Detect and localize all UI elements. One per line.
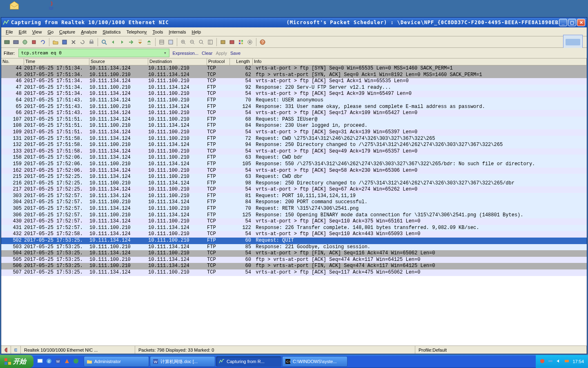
- col-dst[interactable]: Destination: [148, 58, 207, 65]
- autoscroll-icon[interactable]: [167, 38, 175, 46]
- packet-row[interactable]: 2172017-05-25 17:52:25.10.111.134.12410.…: [1, 186, 587, 193]
- zoom-in-icon[interactable]: [179, 38, 187, 46]
- minimize-button[interactable]: _: [559, 19, 567, 26]
- apply-button[interactable]: Apply: [216, 51, 227, 56]
- interfaces-icon[interactable]: [3, 38, 11, 46]
- packet-row[interactable]: 1082017-05-25 17:51:51.10.111.100.21010.…: [1, 123, 587, 129]
- ql-word-icon[interactable]: W: [55, 358, 62, 365]
- packet-row[interactable]: 4312017-05-25 17:52:57.10.111.100.21010.…: [1, 225, 587, 231]
- expression-button[interactable]: Expression...: [173, 51, 199, 56]
- system-tray[interactable]: 17:54: [536, 355, 588, 368]
- go-forward-icon[interactable]: [118, 38, 126, 46]
- task-administrator[interactable]: Administrator: [84, 356, 149, 367]
- ql-desktop-icon[interactable]: [37, 358, 44, 365]
- zoom-reset-icon[interactable]: [197, 38, 205, 46]
- col-info[interactable]: Info: [253, 58, 587, 65]
- go-first-icon[interactable]: [136, 38, 144, 46]
- go-to-packet-icon[interactable]: [127, 38, 135, 46]
- packet-row[interactable]: 472017-05-25 17:51:34.10.111.100.21010.1…: [1, 85, 587, 91]
- task-cmd[interactable]: C:\C:\WINDOWS\syste...: [282, 356, 347, 367]
- zoom-out-icon[interactable]: [188, 38, 196, 46]
- menu-capture[interactable]: Capture: [56, 29, 78, 35]
- tray-input-icon[interactable]: [564, 359, 570, 364]
- menu-help[interactable]: Help: [189, 29, 204, 35]
- packet-row[interactable]: 1312017-05-25 17:51:58.10.111.134.12410.…: [1, 136, 587, 142]
- save-icon[interactable]: [60, 38, 69, 46]
- filter-input[interactable]: tcp.stream eq 0▾: [18, 49, 169, 57]
- menu-file[interactable]: File: [3, 29, 16, 35]
- resize-columns-icon[interactable]: [206, 38, 214, 46]
- packet-row[interactable]: 5062017-05-25 17:53:25.10.111.100.21010.…: [1, 263, 587, 269]
- packet-row[interactable]: 1092017-05-25 17:51:51.10.111.134.12410.…: [1, 129, 587, 136]
- packet-row[interactable]: 642017-05-25 17:51:43.10.111.134.12410.1…: [1, 97, 587, 104]
- packet-row[interactable]: 3032017-05-25 17:52:57.10.111.134.12410.…: [1, 193, 587, 200]
- preferences-icon[interactable]: [246, 38, 254, 46]
- tray-network-icon[interactable]: [548, 359, 554, 364]
- packet-list[interactable]: 442017-05-25 17:51:34.10.111.134.12410.1…: [1, 65, 587, 346]
- menu-go[interactable]: Go: [45, 29, 56, 35]
- packet-row[interactable]: 5072017-05-25 17:53:25.10.111.134.12410.…: [1, 269, 587, 276]
- menu-analyze[interactable]: Analyze: [78, 29, 100, 35]
- task-word[interactable]: W计算机网络.doc [...: [150, 356, 215, 367]
- packet-row[interactable]: 482017-05-25 17:51:34.10.111.134.12410.1…: [1, 91, 587, 97]
- colorize-icon[interactable]: [158, 38, 166, 46]
- packet-row[interactable]: 2152017-05-25 17:52:25.10.111.134.12410.…: [1, 174, 587, 180]
- packet-row[interactable]: 5052017-05-25 17:53:25.10.111.100.21010.…: [1, 257, 587, 263]
- options-icon[interactable]: [12, 38, 20, 46]
- display-filters-icon[interactable]: [228, 38, 236, 46]
- packet-row[interactable]: 5022017-05-25 17:53:25.10.111.134.12410.…: [1, 238, 587, 244]
- help-icon[interactable]: ?: [258, 38, 267, 46]
- packet-row[interactable]: 1322017-05-25 17:51:58.10.111.100.21010.…: [1, 142, 587, 148]
- ql-fox-icon[interactable]: [64, 358, 71, 365]
- go-back-icon[interactable]: [109, 38, 117, 46]
- column-headers[interactable]: No. Time Source Destination Protocol Len…: [1, 58, 587, 65]
- close-file-icon[interactable]: [69, 38, 78, 46]
- menu-edit[interactable]: Edit: [16, 29, 29, 35]
- stop-capture-icon[interactable]: [30, 38, 38, 46]
- packet-row[interactable]: 1332017-05-25 17:51:58.10.111.134.12410.…: [1, 148, 587, 155]
- titlebar[interactable]: Capturing from Realtek 10/100/1000 Ether…: [1, 18, 587, 27]
- reload-icon[interactable]: [78, 38, 87, 46]
- packet-row[interactable]: 1072017-05-25 17:51:51.10.111.134.12410.…: [1, 117, 587, 123]
- print-icon[interactable]: [87, 38, 96, 46]
- menu-internals[interactable]: Internals: [166, 29, 189, 35]
- status-stop-icon[interactable]: [1, 346, 11, 354]
- packet-row[interactable]: 652017-05-25 17:51:43.10.111.100.21010.1…: [1, 104, 587, 110]
- ql-app-icon[interactable]: [73, 358, 80, 365]
- menu-view[interactable]: View: [29, 29, 45, 35]
- save-filter-button[interactable]: Save: [230, 51, 241, 56]
- close-button[interactable]: ✕: [577, 19, 585, 26]
- find-icon[interactable]: [100, 38, 108, 46]
- packet-row[interactable]: 5042017-05-25 17:53:25.10.111.134.12410.…: [1, 250, 587, 257]
- packet-row[interactable]: 442017-05-25 17:51:34.10.111.134.12410.1…: [1, 65, 587, 72]
- col-time[interactable]: Time: [24, 58, 89, 65]
- clear-button[interactable]: Clear: [202, 51, 212, 56]
- packet-row[interactable]: 2162017-05-25 17:52:25.10.111.100.21010.…: [1, 180, 587, 187]
- java-icon[interactable]: [41, 0, 61, 16]
- tray-sound-icon[interactable]: [556, 359, 562, 364]
- packet-row[interactable]: 452017-05-25 17:51:34.10.111.100.21010.1…: [1, 72, 587, 79]
- col-proto[interactable]: Protocol: [207, 58, 230, 65]
- col-no[interactable]: No.: [1, 58, 24, 65]
- task-wireshark[interactable]: Capturing from R...: [216, 356, 281, 367]
- col-len[interactable]: Length: [230, 58, 253, 65]
- menu-statistics[interactable]: Statistics: [100, 29, 123, 35]
- go-last-icon[interactable]: [145, 38, 153, 46]
- ql-ie-icon[interactable]: e: [46, 358, 53, 365]
- packet-row[interactable]: 3052017-05-25 17:52:57.10.111.134.12410.…: [1, 206, 587, 212]
- packet-row[interactable]: 662017-05-25 17:51:43.10.111.134.12410.1…: [1, 110, 587, 117]
- outlook-icon[interactable]: [4, 0, 24, 16]
- coloring-rules-icon[interactable]: [237, 38, 245, 46]
- status-profile[interactable]: Default: [432, 348, 447, 352]
- capture-filters-icon[interactable]: [219, 38, 227, 46]
- start-button[interactable]: 开始: [0, 355, 33, 368]
- menu-telephony[interactable]: Telephony: [123, 29, 149, 35]
- maximize-button[interactable]: ▢: [568, 19, 576, 26]
- start-capture-icon[interactable]: [21, 38, 29, 46]
- packet-row[interactable]: 5032017-05-25 17:53:25.10.111.100.21010.…: [1, 244, 587, 251]
- open-icon[interactable]: [51, 38, 60, 46]
- tray-clock[interactable]: 17:54: [572, 359, 584, 364]
- packet-row[interactable]: 4302017-05-25 17:52:57.10.111.134.12410.…: [1, 218, 587, 225]
- packet-row[interactable]: 4322017-05-25 17:52:58.10.111.134.12410.…: [1, 231, 587, 238]
- tray-shield-icon[interactable]: [540, 359, 546, 364]
